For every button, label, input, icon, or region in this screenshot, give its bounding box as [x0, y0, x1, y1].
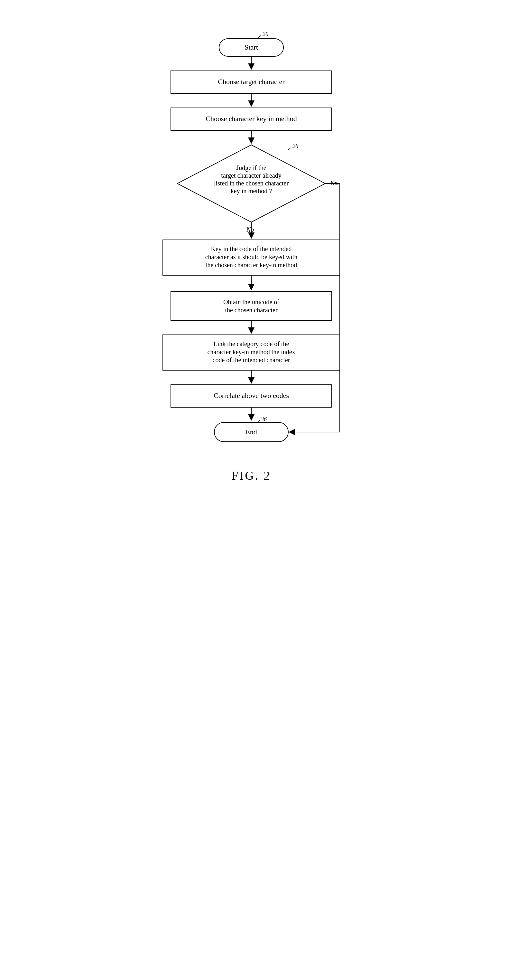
svg-text:character as it should be keye: character as it should be keyed with — [205, 253, 298, 261]
page: 20 Start 22 Choose target character 24 C… — [127, 6, 382, 811]
svg-text:target character already: target character already — [221, 172, 281, 179]
ref-36: 36 — [261, 416, 267, 422]
svg-text:listed in the chosen character: listed in the chosen character — [214, 180, 289, 187]
svg-text:code of the intended character: code of the intended character — [212, 356, 290, 363]
ref-26: 26 — [292, 143, 298, 150]
svg-text:Key in the code of the intende: Key in the code of the intended — [211, 245, 292, 253]
flowchart-svg: 20 Start 22 Choose target character 24 C… — [142, 19, 367, 792]
svg-text:Obtain the unicode of: Obtain the unicode of — [223, 298, 279, 305]
yes-label: Yes — [330, 179, 338, 186]
svg-text:character key-in method the in: character key-in method the index — [207, 348, 295, 356]
svg-text:Judge if the: Judge if the — [236, 164, 266, 172]
flowchart: 20 Start 22 Choose target character 24 C… — [134, 19, 376, 792]
svg-text:the chosen character: the chosen character — [225, 307, 277, 313]
box-24-label: Choose character key in method — [206, 115, 297, 123]
box-22-label: Choose target character — [218, 78, 285, 86]
box-34-label: Correlate above two codes — [214, 391, 289, 399]
box-30 — [171, 291, 332, 320]
caption: FIG. 2 — [232, 469, 271, 482]
start-label: Start — [244, 43, 258, 51]
end-label: End — [246, 428, 257, 436]
svg-text:key in method ?: key in method ? — [231, 188, 272, 195]
svg-text:Link the category code of the: Link the category code of the — [214, 340, 289, 348]
svg-text:the chosen character key-in me: the chosen character key-in method — [206, 261, 297, 269]
no-label: No — [246, 226, 254, 233]
ref-20: 20 — [263, 31, 268, 37]
